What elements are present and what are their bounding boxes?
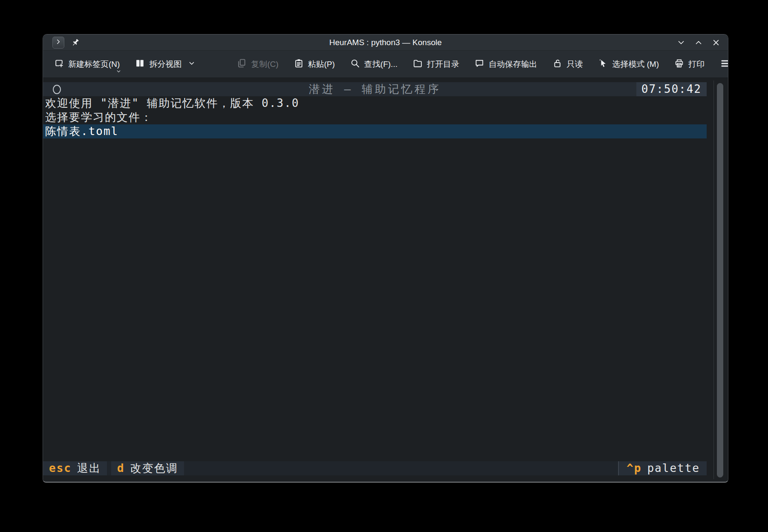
paste-icon: [293, 58, 304, 71]
paste-button[interactable]: 粘贴(P): [293, 58, 335, 71]
find-button[interactable]: 查找(F)...: [350, 58, 397, 71]
welcome-line: 欢迎使用 "潜进" 辅助记忆软件，版本 0.3.0: [43, 96, 707, 110]
titlebar: HeurAMS : python3 — Konsole: [43, 35, 728, 51]
pin-icon[interactable]: [71, 38, 80, 47]
window-controls: [676, 37, 721, 48]
cursor-icon: [598, 58, 608, 71]
footer-spacer: [184, 461, 618, 475]
split-view-icon: [135, 58, 145, 71]
chevron-down-icon: [188, 60, 195, 69]
terminal-view[interactable]: 潜进 – 辅助记忆程序 07:50:42 欢迎使用 "潜进" 辅助记忆软件，版本…: [43, 78, 728, 482]
select-mode-button[interactable]: 选择模式 (M): [598, 58, 659, 71]
lock-open-icon: [552, 58, 563, 71]
key-badge: esc: [49, 462, 72, 474]
tui-clock: 07:50:42: [636, 82, 707, 96]
folder-icon: [412, 58, 423, 71]
toolbar-label: 打开目录: [427, 59, 459, 70]
toolbar-label: 只读: [567, 59, 583, 70]
toolbar-label: 复制(C): [251, 59, 278, 70]
desktop-background: HeurAMS : python3 — Konsole: [0, 0, 768, 532]
toolbar-label: 自动保存输出: [489, 59, 537, 70]
printer-icon: [674, 58, 685, 71]
split-view-button[interactable]: 拆分视图: [135, 58, 195, 71]
footer-hint-quit[interactable]: esc退出: [43, 461, 107, 475]
prompt-line: 选择要学习的文件：: [43, 110, 707, 124]
copy-icon: [236, 58, 247, 71]
scrollbar-track-divider: [713, 81, 714, 479]
window-title: HeurAMS : python3 — Konsole: [43, 38, 728, 47]
read-only-button[interactable]: 只读: [552, 58, 583, 71]
new-tab-button[interactable]: 新建标签页(N): [54, 58, 120, 71]
toolbar-label: 拆分视图: [149, 59, 181, 70]
close-button[interactable]: [711, 37, 721, 48]
toolbar: 新建标签页(N) 拆分视图: [43, 51, 728, 78]
footer-hint-palette[interactable]: ^ppalette: [618, 461, 707, 475]
toolbar-label: 查找(F)...: [364, 59, 397, 70]
tui-header-bar: 潜进 – 辅助记忆程序 07:50:42: [43, 82, 707, 96]
autosave-output-button[interactable]: 自动保存输出: [474, 58, 537, 71]
print-button[interactable]: 打印: [674, 58, 705, 71]
maximize-button[interactable]: [693, 37, 704, 48]
new-tab-icon: [54, 58, 64, 71]
toolbar-label: 新建标签页(N): [68, 59, 120, 70]
hamburger-icon: [719, 64, 728, 70]
minimize-button[interactable]: [676, 37, 686, 48]
toolbar-label: 粘贴(P): [308, 59, 335, 70]
konsole-window: HeurAMS : python3 — Konsole: [43, 34, 728, 483]
scrollbar-thumb[interactable]: [717, 83, 723, 477]
chevron-right-icon: [55, 38, 62, 47]
footer-hint-change-tone[interactable]: d改变色调: [111, 461, 184, 475]
toolbar-label: 选择模式 (M): [612, 59, 659, 70]
toolbar-label: 打印: [688, 59, 705, 70]
file-list-item-selected[interactable]: 陈情表.toml: [43, 124, 707, 138]
hint-label: 改变色调: [130, 462, 178, 474]
key-badge: ^p: [627, 462, 641, 474]
titlebar-expand-button[interactable]: [52, 37, 64, 49]
hamburger-menu-button[interactable]: [719, 58, 728, 70]
search-icon: [350, 58, 360, 71]
hint-label: 退出: [77, 462, 101, 474]
terminal-empty-area: [43, 138, 728, 461]
tui-app-title: 潜进 – 辅助记忆程序: [43, 82, 707, 96]
copy-button: 复制(C): [236, 58, 278, 71]
speech-bubble-icon: [474, 58, 485, 71]
open-directory-button[interactable]: 打开目录: [412, 58, 459, 71]
hint-label: palette: [647, 462, 700, 474]
tui-footer-bar: esc退出 d改变色调 ^ppalette: [43, 461, 707, 475]
key-badge: d: [117, 462, 125, 474]
chevron-down-icon: [116, 67, 121, 76]
